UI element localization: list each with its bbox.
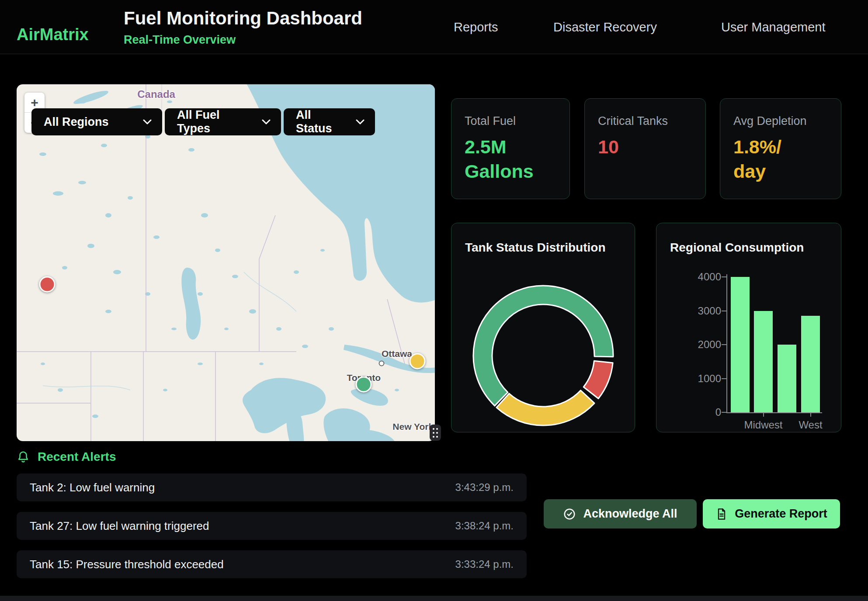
region-filter-dropdown[interactable]: All Regions [31, 108, 162, 135]
y-tick-label: 4000 [656, 271, 721, 283]
acknowledge-all-button[interactable]: Acknowledge All [544, 499, 697, 528]
marker-warning-yellow[interactable] [409, 353, 425, 369]
bell-icon [17, 450, 30, 463]
fuel-type-filter-dropdown[interactable]: All Fuel Types [165, 108, 281, 135]
y-tick-label: 0 [656, 406, 721, 418]
fuel-type-filter-value: All Fuel Types [177, 108, 254, 135]
regional-consumption-card: Regional Consumption 01000200030004000Mi… [656, 223, 841, 432]
brand-logo: AirMatrix [17, 25, 89, 44]
stat-card-avg-depletion: Avg Depletion 1.8%/day [720, 98, 841, 199]
app-header: AirMatrix Fuel Monitoring Dashboard Real… [0, 0, 868, 54]
nav-disaster-recovery[interactable]: Disaster Recovery [553, 20, 657, 35]
y-axis-line [726, 274, 727, 413]
chevron-down-icon [262, 119, 271, 124]
y-tick-label: 1000 [656, 373, 721, 385]
acknowledge-all-label: Acknowledge All [583, 507, 677, 521]
bar [731, 277, 750, 412]
scroll-container-edge [0, 596, 868, 601]
generate-report-button[interactable]: Generate Report [703, 499, 840, 528]
alert-time: 3:43:29 p.m. [455, 481, 514, 494]
nav-reports[interactable]: Reports [454, 20, 498, 35]
bar [754, 311, 773, 413]
alert-row[interactable]: Tank 2: Low fuel warning 3:43:29 p.m. [17, 473, 527, 501]
alert-text: Tank 15: Pressure threshold exceeded [30, 558, 224, 571]
tank-status-donut-chart [451, 223, 635, 432]
y-tick-mark [722, 378, 726, 379]
x-tick-label: West [780, 419, 841, 431]
x-tick-mark [763, 413, 764, 417]
marker-normal-green[interactable] [356, 376, 372, 393]
status-filter-dropdown[interactable]: All Status [284, 108, 375, 135]
alert-time: 3:38:24 p.m. [455, 520, 514, 532]
bar [801, 316, 820, 412]
recent-alerts-title: Recent Alerts [38, 450, 116, 464]
alert-text: Tank 27: Low fuel warning triggered [30, 519, 209, 533]
regional-consumption-bar-chart: 01000200030004000MidwestWest [656, 223, 841, 432]
x-tick-mark [810, 413, 811, 417]
generate-report-label: Generate Report [735, 507, 827, 521]
map-filters: All Regions All Fuel Types All Status [31, 108, 375, 135]
y-tick-mark [722, 311, 726, 311]
bar [778, 345, 796, 412]
dashboard-screen: AirMatrix Fuel Monitoring Dashboard Real… [0, 0, 868, 601]
check-circle-icon [563, 508, 576, 521]
alert-row[interactable]: Tank 15: Pressure threshold exceeded 3:3… [17, 550, 527, 578]
stat-label: Total Fuel [465, 114, 556, 128]
y-tick-mark [722, 412, 726, 413]
stat-label: Avg Depletion [733, 114, 828, 128]
donut-segment-red [583, 361, 613, 398]
x-axis-line [726, 412, 822, 413]
y-tick-label: 2000 [656, 338, 721, 351]
map-label-canada: Canada [137, 88, 175, 100]
region-filter-value: All Regions [44, 115, 109, 129]
alert-row[interactable]: Tank 27: Low fuel warning triggered 3:38… [17, 512, 527, 540]
alert-text: Tank 2: Low fuel warning [30, 481, 155, 494]
map-label-new-york: New York [392, 421, 434, 432]
stat-value: 2.5MGallons [465, 135, 556, 184]
stat-value: 10 [598, 135, 692, 159]
chevron-down-icon [143, 119, 152, 124]
tank-status-card: Tank Status Distribution [451, 223, 635, 432]
basemap-tiles [17, 84, 435, 441]
drag-handle-icon[interactable] [430, 425, 441, 441]
fuel-map[interactable]: Canada Ottawa Toronto New York + − All R… [17, 84, 435, 441]
page-title: Fuel Monitoring Dashboard [124, 8, 362, 29]
stat-label: Critical Tanks [598, 114, 692, 128]
map-label-ottawa: Ottawa [382, 349, 412, 359]
marker-critical-red[interactable] [39, 276, 55, 293]
recent-alerts-header: Recent Alerts [17, 450, 116, 464]
donut-segment-yellow [496, 390, 594, 425]
y-tick-label: 3000 [656, 305, 721, 317]
status-filter-value: All Status [296, 108, 348, 135]
chevron-down-icon [356, 119, 365, 124]
stat-value: 1.8%/day [733, 135, 828, 184]
ottawa-town-icon [378, 360, 384, 366]
y-tick-mark [722, 276, 726, 277]
document-icon [715, 508, 728, 520]
page-subtitle: Real-Time Overview [124, 33, 236, 47]
y-tick-mark [722, 344, 726, 345]
alert-time: 3:33:24 p.m. [455, 558, 514, 570]
stat-card-total-fuel: Total Fuel 2.5MGallons [451, 98, 570, 199]
stat-card-critical-tanks: Critical Tanks 10 [584, 98, 706, 199]
nav-user-management[interactable]: User Management [721, 20, 826, 35]
